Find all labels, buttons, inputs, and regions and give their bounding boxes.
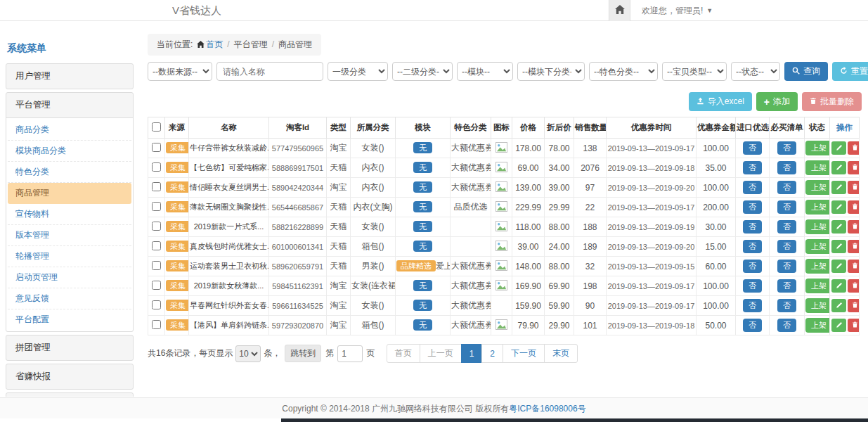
must-buy-toggle-button[interactable]: 否 bbox=[777, 141, 796, 155]
sidebar-item-商品管理[interactable]: 商品管理 bbox=[8, 183, 131, 204]
must-buy-toggle-button[interactable]: 否 bbox=[777, 260, 796, 273]
page-button-首页[interactable]: 首页 bbox=[387, 344, 420, 363]
sidebar-item-版本管理[interactable]: 版本管理 bbox=[8, 225, 131, 246]
filter-select-5[interactable]: --特色分类-- bbox=[589, 62, 658, 81]
sidebar-section-省赚快报[interactable]: 省赚快报 bbox=[6, 364, 134, 390]
edit-button[interactable] bbox=[831, 319, 846, 332]
row-checkbox[interactable] bbox=[152, 241, 161, 250]
sidebar-item-平台配置[interactable]: 平台配置 bbox=[8, 309, 131, 330]
row-checkbox[interactable] bbox=[152, 162, 161, 172]
status-button[interactable]: 上架 bbox=[805, 160, 830, 175]
row-checkbox[interactable] bbox=[152, 222, 161, 231]
sidebar-item-轮播管理[interactable]: 轮播管理 bbox=[8, 246, 131, 267]
row-checkbox[interactable] bbox=[152, 320, 161, 329]
import-toggle-button[interactable]: 否 bbox=[743, 200, 762, 214]
page-button-下一页[interactable]: 下一页 bbox=[503, 344, 545, 363]
reset-button[interactable]: 重置 bbox=[832, 62, 868, 81]
select-all-checkbox[interactable] bbox=[152, 122, 161, 132]
status-button[interactable]: 上架 bbox=[805, 259, 830, 274]
sidebar-item-启动页管理[interactable]: 启动页管理 bbox=[8, 267, 131, 288]
edit-button[interactable] bbox=[831, 181, 846, 194]
page-button-1[interactable]: 1 bbox=[461, 344, 483, 363]
import-toggle-button[interactable]: 否 bbox=[743, 240, 762, 253]
row-checkbox[interactable] bbox=[152, 261, 161, 270]
edit-button[interactable] bbox=[831, 279, 846, 293]
edit-button[interactable] bbox=[831, 141, 846, 155]
delete-button[interactable] bbox=[848, 200, 860, 214]
status-button[interactable]: 上架 bbox=[805, 239, 830, 254]
page-button-末页[interactable]: 末页 bbox=[544, 344, 578, 363]
sidebar-section-消息管理[interactable]: 消息管理 bbox=[6, 392, 134, 397]
delete-button[interactable] bbox=[848, 279, 860, 293]
delete-button[interactable] bbox=[848, 141, 860, 155]
import-toggle-button[interactable]: 否 bbox=[743, 299, 762, 312]
filter-select-4[interactable]: --模块下分类-- bbox=[517, 62, 585, 81]
import-toggle-button[interactable]: 否 bbox=[743, 279, 762, 293]
delete-button[interactable] bbox=[848, 161, 860, 174]
delete-button[interactable] bbox=[848, 220, 860, 234]
delete-button[interactable] bbox=[848, 240, 860, 253]
home-button[interactable] bbox=[609, 0, 630, 21]
edit-button[interactable] bbox=[831, 200, 846, 214]
status-button[interactable]: 上架 bbox=[805, 279, 830, 293]
name-search-input[interactable] bbox=[216, 62, 323, 81]
edit-button[interactable] bbox=[831, 260, 846, 273]
sidebar-section-platform[interactable]: 平台管理 商品分类模块商品分类特色分类商品管理宣传物料版本管理轮播管理启动页管理… bbox=[6, 92, 134, 332]
must-buy-toggle-button[interactable]: 否 bbox=[777, 299, 796, 312]
import-excel-button[interactable]: 导入excel bbox=[689, 92, 752, 111]
import-toggle-button[interactable]: 否 bbox=[743, 141, 762, 155]
import-toggle-button[interactable]: 否 bbox=[743, 319, 762, 332]
must-buy-toggle-button[interactable]: 否 bbox=[777, 161, 796, 174]
edit-button[interactable] bbox=[831, 220, 846, 234]
sidebar-item-特色分类[interactable]: 特色分类 bbox=[8, 162, 131, 183]
sidebar-item-意见反馈[interactable]: 意见反馈 bbox=[8, 288, 131, 309]
row-checkbox[interactable] bbox=[152, 281, 161, 290]
row-checkbox[interactable] bbox=[152, 202, 161, 211]
delete-button[interactable] bbox=[848, 319, 860, 332]
edit-button[interactable] bbox=[831, 299, 846, 312]
status-button[interactable]: 上架 bbox=[805, 180, 830, 195]
status-button[interactable]: 上架 bbox=[805, 219, 830, 234]
must-buy-toggle-button[interactable]: 否 bbox=[777, 319, 796, 332]
row-checkbox[interactable] bbox=[152, 182, 161, 191]
delete-button[interactable] bbox=[848, 260, 860, 273]
filter-select-6[interactable]: --宝贝类型-- bbox=[662, 62, 727, 81]
must-buy-toggle-button[interactable]: 否 bbox=[777, 240, 796, 253]
import-toggle-button[interactable]: 否 bbox=[743, 220, 762, 234]
sidebar-section-users[interactable]: 用户管理 bbox=[6, 63, 134, 89]
filter-select-3[interactable]: --模块-- bbox=[457, 62, 513, 81]
filter-select-1[interactable]: 一级分类 bbox=[328, 62, 388, 81]
sidebar-item-宣传物料[interactable]: 宣传物料 bbox=[8, 204, 131, 225]
status-button[interactable]: 上架 bbox=[805, 141, 830, 155]
add-button[interactable]: + 添加 bbox=[756, 92, 798, 111]
must-buy-toggle-button[interactable]: 否 bbox=[777, 279, 796, 293]
row-checkbox[interactable] bbox=[152, 300, 161, 309]
delete-button[interactable] bbox=[848, 299, 860, 312]
must-buy-toggle-button[interactable]: 否 bbox=[777, 181, 796, 194]
page-button-上一页[interactable]: 上一页 bbox=[420, 344, 462, 363]
status-button[interactable]: 上架 bbox=[805, 318, 830, 333]
row-checkbox[interactable] bbox=[152, 143, 161, 152]
icp-link[interactable]: 粤ICP备16098006号 bbox=[509, 404, 585, 414]
import-toggle-button[interactable]: 否 bbox=[743, 161, 762, 174]
breadcrumb-home-link[interactable]: 首页 bbox=[206, 39, 223, 49]
filter-select-7[interactable]: --状态-- bbox=[731, 62, 780, 81]
batch-delete-button[interactable]: 批量删除 bbox=[802, 92, 862, 111]
sidebar-item-商品分类[interactable]: 商品分类 bbox=[8, 120, 131, 141]
sidebar-item-模块商品分类[interactable]: 模块商品分类 bbox=[8, 141, 131, 162]
must-buy-toggle-button[interactable]: 否 bbox=[777, 200, 796, 214]
status-button[interactable]: 上架 bbox=[805, 298, 830, 313]
must-buy-toggle-button[interactable]: 否 bbox=[777, 220, 796, 234]
per-page-select[interactable]: 10 bbox=[235, 345, 261, 362]
status-button[interactable]: 上架 bbox=[805, 200, 830, 215]
filter-select-0[interactable]: --数据来源-- bbox=[148, 62, 212, 81]
edit-button[interactable] bbox=[831, 161, 846, 174]
page-number-input[interactable] bbox=[337, 345, 363, 362]
sidebar-section-拼团管理[interactable]: 拼团管理 bbox=[6, 335, 134, 361]
jump-button[interactable]: 跳转到 bbox=[285, 345, 321, 362]
search-button[interactable]: 查询 bbox=[784, 62, 828, 81]
user-menu[interactable]: 欢迎您，管理员! ▼ bbox=[642, 5, 713, 17]
delete-button[interactable] bbox=[848, 181, 860, 194]
import-toggle-button[interactable]: 否 bbox=[743, 260, 762, 273]
page-button-2[interactable]: 2 bbox=[481, 344, 503, 363]
